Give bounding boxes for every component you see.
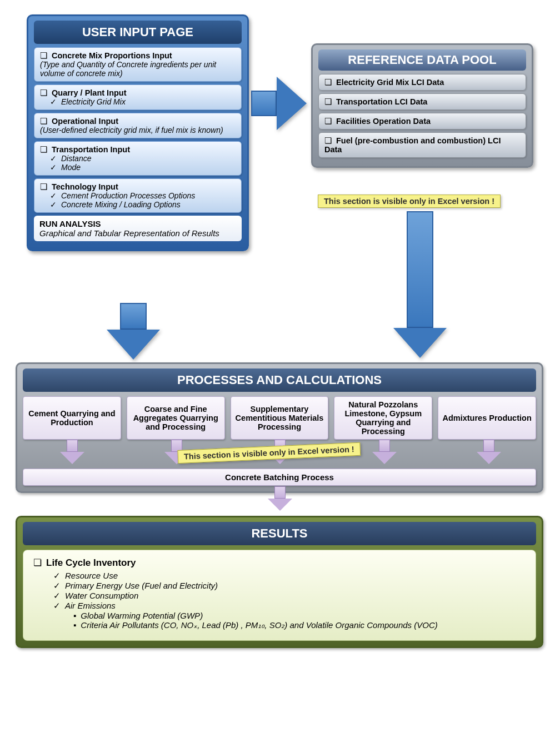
proc-admixtures: Admixtures Production — [438, 396, 536, 440]
results-title: RESULTS — [23, 522, 536, 545]
proc-scm: Supplementary Cementitious Materials Pro… — [231, 396, 329, 440]
item-sub: Distance — [40, 154, 236, 163]
item-sub: Concrete Mixing / Loading Options — [40, 200, 236, 209]
proc-batching: Concrete Batching Process — [23, 469, 536, 486]
processes-title: PROCESSES AND CALCULATIONS — [23, 368, 536, 392]
small-arrow-down-icon — [60, 440, 84, 464]
input-item-quarry-plant: Quarry / Plant Input Electricity Grid Mi… — [34, 84, 242, 110]
run-analysis: RUN ANALYSIS Graphical and Tabular Repre… — [34, 216, 242, 241]
input-item-technology: Technology Input Cement Production Proce… — [34, 178, 242, 213]
item-sub: Electricity Grid Mix — [40, 97, 236, 106]
ref-item-fuel: Fuel (pre-combustion and combustion) LCI… — [318, 132, 526, 158]
small-arrow-down-icon — [268, 486, 292, 511]
item-title: Transportation Input — [40, 145, 236, 154]
processes-panel: PROCESSES AND CALCULATIONS Cement Quarry… — [16, 362, 543, 493]
ref-item-transportation: Transportation LCI Data — [318, 93, 526, 110]
proc-cement: Cement Quarrying and Production — [23, 396, 121, 440]
process-row: Cement Quarrying and Production Coarse a… — [23, 396, 536, 440]
excel-note-1: This section is visible only in Excel ve… — [318, 195, 501, 208]
item-sub: Mode — [40, 163, 236, 172]
user-input-panel: USER INPUT PAGE Concrete Mix Proportions… — [27, 14, 249, 251]
results-sub: Primary Energy Use (Fuel and Electricity… — [33, 581, 526, 591]
arrow-down-icon — [393, 211, 447, 358]
input-item-operational: Operational Input (User-defined electric… — [34, 113, 242, 138]
results-heading: Life Cycle Inventory — [33, 557, 526, 569]
proc-pozzolans: Natural Pozzolans Limestone, Gypsum Quar… — [334, 396, 432, 440]
item-sub: Cement Production Processes Options — [40, 191, 236, 200]
arrow-right-icon — [251, 77, 307, 130]
reference-title: REFERENCE DATA POOL — [318, 49, 526, 71]
input-item-concrete-mix: Concrete Mix Proportions Input (Type and… — [34, 47, 242, 82]
arrow-down-icon — [107, 303, 160, 360]
input-item-transportation: Transportation Input Distance Mode — [34, 141, 242, 176]
results-sub: Air Emissions — [33, 601, 526, 611]
ref-item-electricity: Electricity Grid Mix LCI Data — [318, 74, 526, 91]
user-input-title: USER INPUT PAGE — [34, 21, 242, 44]
item-desc: (Type and Quantity of Concrete ingredien… — [40, 60, 236, 78]
run-desc: Graphical and Tabular Representation of … — [39, 228, 236, 238]
item-title: Quarry / Plant Input — [40, 88, 236, 97]
results-sub2: Criteria Air Pollutants (CO, NOₓ, Lead (… — [33, 620, 526, 630]
proc-aggregates: Coarse and Fine Aggregates Quarrying and… — [127, 396, 225, 440]
item-title: Concrete Mix Proportions Input — [40, 51, 236, 60]
results-sub: Resource Use — [33, 571, 526, 581]
item-desc: (User-defined electricity grid mix, if f… — [40, 126, 236, 135]
item-title: Operational Input — [40, 117, 236, 126]
small-arrow-down-icon — [372, 440, 397, 464]
results-body: Life Cycle Inventory Resource Use Primar… — [23, 550, 536, 641]
item-title: Technology Input — [40, 182, 236, 191]
run-label: RUN ANALYSIS — [39, 219, 236, 228]
results-sub: Water Consumption — [33, 591, 526, 601]
diagram-canvas: USER INPUT PAGE Concrete Mix Proportions… — [11, 11, 549, 736]
results-sub2: Global Warming Potential (GWP) — [33, 611, 526, 620]
reference-panel: REFERENCE DATA POOL Electricity Grid Mix… — [311, 43, 533, 168]
ref-item-facilities: Facilities Operation Data — [318, 113, 526, 130]
results-panel: RESULTS Life Cycle Inventory Resource Us… — [16, 516, 543, 648]
small-arrow-down-icon — [477, 440, 501, 464]
